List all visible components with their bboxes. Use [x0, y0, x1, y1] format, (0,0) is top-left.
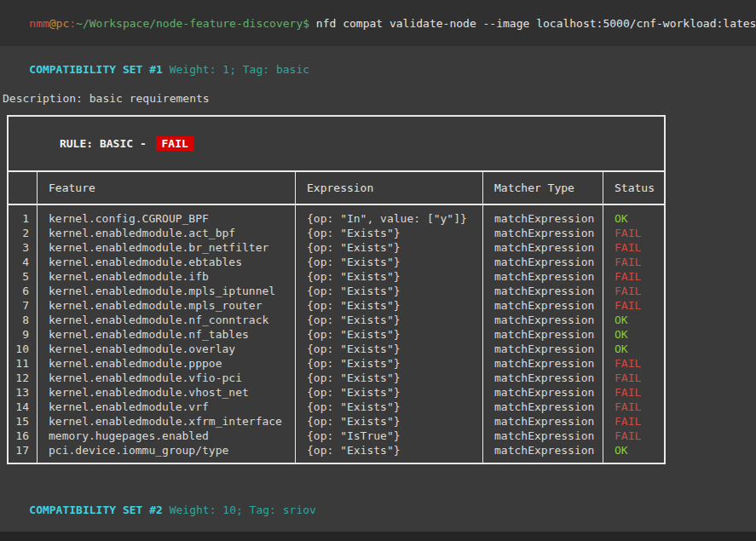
rule-table-basic: RULE: BASIC - FAIL Feature Expression Ma…: [7, 115, 666, 464]
status-cell: OK: [603, 211, 664, 226]
feature-cell: kernel.enabledmodule.nf_conntrack: [38, 313, 295, 327]
column-features: kernel.config.CGROUP_BPFkernel.enabledmo…: [38, 205, 296, 463]
expression-cell: {op: "Exists"}: [296, 443, 482, 458]
expression-cell: {op: "Exists"}: [296, 371, 482, 385]
matcher-type-cell: matchExpression: [483, 356, 603, 371]
command-text: nfd compat validate-node --image localho…: [309, 17, 756, 30]
header-status: Status: [603, 172, 664, 204]
expression-cell: {op: "Exists"}: [296, 414, 482, 429]
row-number-cell: 4: [9, 255, 37, 269]
status-cell: FAIL: [603, 385, 664, 400]
expression-cell: {op: "Exists"}: [296, 342, 482, 356]
feature-cell: memory.hugepages.enabled: [38, 429, 295, 443]
feature-cell: kernel.enabledmodule.act_bpf: [38, 226, 295, 240]
matcher-type-cell: matchExpression: [483, 385, 603, 400]
row-number-cell: 14: [9, 400, 37, 414]
feature-cell: pci.device.iommu_group/type: [38, 443, 295, 458]
row-number-cell: 5: [9, 269, 37, 284]
status-cell: FAIL: [603, 429, 664, 443]
status-cell: FAIL: [603, 284, 664, 298]
matcher-type-cell: matchExpression: [483, 443, 603, 458]
rule-basic-fail-badge: FAIL: [156, 136, 194, 151]
row-number-cell: 11: [9, 356, 37, 371]
status-cell: FAIL: [603, 356, 664, 371]
matcher-type-cell: matchExpression: [483, 371, 603, 385]
feature-cell: kernel.enabledmodule.br_netfilter: [38, 240, 295, 255]
feature-cell: kernel.enabledmodule.nf_tables: [38, 327, 295, 342]
feature-cell: kernel.enabledmodule.vfio-pci: [38, 371, 295, 385]
status-cell: FAIL: [603, 414, 664, 429]
row-number-cell: 2: [9, 226, 37, 240]
matcher-type-cell: matchExpression: [483, 255, 603, 269]
compat-set-2-title: COMPATIBILITY SET #2: [29, 504, 163, 516]
expression-cell: {op: "Exists"}: [296, 269, 482, 284]
column-expressions: {op: "In", value: ["y"]}{op: "Exists"}{o…: [296, 205, 483, 463]
row-number-cell: 3: [9, 240, 37, 255]
feature-cell: kernel.enabledmodule.vrf: [38, 400, 295, 414]
prompt-dollar: $: [303, 17, 309, 30]
matcher-type-cell: matchExpression: [483, 298, 603, 313]
feature-cell: kernel.enabledmodule.vhost_net: [38, 385, 295, 400]
matcher-type-cell: matchExpression: [483, 313, 603, 327]
expression-cell: {op: "Exists"}: [296, 255, 482, 269]
matcher-type-cell: matchExpression: [483, 240, 603, 255]
compat-set-1-description: Description: basic requirements: [0, 91, 756, 106]
row-number-cell: 6: [9, 284, 37, 298]
row-number-cell: 12: [9, 371, 37, 385]
expression-cell: {op: "Exists"}: [296, 400, 482, 414]
column-matcher-types: matchExpressionmatchExpressionmatchExpre…: [483, 205, 603, 463]
expression-cell: {op: "Exists"}: [296, 298, 482, 313]
matcher-type-cell: matchExpression: [483, 414, 603, 429]
row-number-cell: 8: [9, 313, 37, 327]
feature-cell: kernel.enabledmodule.ebtables: [38, 255, 295, 269]
matcher-type-cell: matchExpression: [483, 269, 603, 284]
status-cell: FAIL: [603, 255, 664, 269]
column-row-numbers: 1234567891011121314151617: [9, 205, 38, 463]
terminal-bottom-strip: [0, 532, 756, 541]
compat-set-2-header: COMPATIBILITY SET #2 Weight: 10; Tag: sr…: [0, 488, 756, 532]
expression-cell: {op: "Exists"}: [296, 313, 482, 327]
compat-set-1-title: COMPATIBILITY SET #1: [29, 63, 163, 76]
prompt-colon: :: [69, 17, 76, 30]
header-matcher-type: Matcher Type: [483, 172, 603, 204]
expression-cell: {op: "Exists"}: [296, 327, 482, 342]
expression-cell: {op: "Exists"}: [296, 356, 482, 371]
row-number-cell: 1: [9, 211, 37, 226]
status-cell: FAIL: [603, 269, 664, 284]
status-cell: FAIL: [603, 298, 664, 313]
feature-cell: kernel.enabledmodule.xfrm_interface: [38, 414, 295, 429]
header-row-number: [9, 172, 38, 204]
status-cell: OK: [603, 443, 664, 458]
feature-cell: kernel.enabledmodule.mpls_router: [38, 298, 295, 313]
status-cell: OK: [603, 313, 664, 327]
status-cell: FAIL: [603, 240, 664, 255]
compat-set-2-meta: Weight: 10; Tag: sriov: [163, 504, 316, 516]
rule-basic-title-band: RULE: BASIC - FAIL: [9, 117, 664, 172]
status-cell: OK: [603, 342, 664, 356]
feature-cell: kernel.enabledmodule.overlay: [38, 342, 295, 356]
row-number-cell: 15: [9, 414, 37, 429]
matcher-type-cell: matchExpression: [483, 211, 603, 226]
expression-cell: {op: "Exists"}: [296, 284, 482, 298]
expression-cell: {op: "Exists"}: [296, 226, 482, 240]
row-number-cell: 13: [9, 385, 37, 400]
prompt-user: nmm: [29, 17, 49, 30]
row-number-cell: 16: [9, 429, 37, 443]
row-number-cell: 10: [9, 342, 37, 356]
matcher-type-cell: matchExpression: [483, 342, 603, 356]
expression-cell: {op: "In", value: ["y"]}: [296, 211, 482, 226]
compat-set-1-header: COMPATIBILITY SET #1 Weight: 1; Tag: bas…: [0, 48, 756, 91]
feature-cell: kernel.enabledmodule.ifb: [38, 269, 295, 284]
table-header-row: Feature Expression Matcher Type Status: [9, 172, 664, 205]
prompt-path: ~/Workspace/node-feature-discovery: [76, 17, 303, 30]
expression-cell: {op: "IsTrue"}: [296, 429, 482, 443]
expression-cell: {op: "Exists"}: [296, 240, 482, 255]
header-expression: Expression: [296, 172, 483, 204]
header-feature: Feature: [38, 172, 296, 204]
row-number-cell: 17: [9, 443, 37, 458]
expression-cell: {op: "Exists"}: [296, 385, 482, 400]
terminal-window[interactable]: nmm@pc:~/Workspace/node-feature-discover…: [0, 0, 756, 541]
matcher-type-cell: matchExpression: [483, 226, 603, 240]
status-cell: OK: [603, 327, 664, 342]
compat-set-1-meta: Weight: 1; Tag: basic: [163, 63, 309, 76]
